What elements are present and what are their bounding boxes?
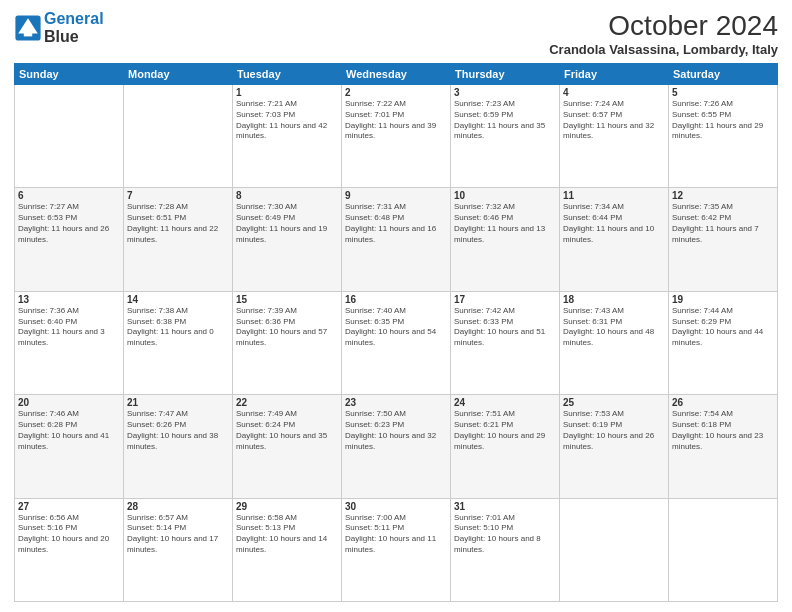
- calendar-cell: 16 Sunrise: 7:40 AMSunset: 6:35 PMDaylig…: [342, 291, 451, 394]
- day-info: Sunrise: 6:57 AMSunset: 5:14 PMDaylight:…: [127, 513, 229, 556]
- day-info: Sunrise: 7:22 AMSunset: 7:01 PMDaylight:…: [345, 99, 447, 142]
- day-number: 8: [236, 190, 338, 201]
- day-number: 4: [563, 87, 665, 98]
- day-info: Sunrise: 7:32 AMSunset: 6:46 PMDaylight:…: [454, 202, 556, 245]
- calendar-header-row: Sunday Monday Tuesday Wednesday Thursday…: [15, 64, 778, 85]
- day-number: 7: [127, 190, 229, 201]
- day-info: Sunrise: 7:42 AMSunset: 6:33 PMDaylight:…: [454, 306, 556, 349]
- day-info: Sunrise: 7:24 AMSunset: 6:57 PMDaylight:…: [563, 99, 665, 142]
- calendar-cell: 25 Sunrise: 7:53 AMSunset: 6:19 PMDaylig…: [560, 395, 669, 498]
- header: General Blue October 2024 Crandola Valsa…: [14, 10, 778, 57]
- calendar-cell: 28 Sunrise: 6:57 AMSunset: 5:14 PMDaylig…: [124, 498, 233, 601]
- day-info: Sunrise: 7:46 AMSunset: 6:28 PMDaylight:…: [18, 409, 120, 452]
- calendar-week-row: 6 Sunrise: 7:27 AMSunset: 6:53 PMDayligh…: [15, 188, 778, 291]
- day-info: Sunrise: 7:36 AMSunset: 6:40 PMDaylight:…: [18, 306, 120, 349]
- logo-blue: Blue: [44, 28, 79, 45]
- calendar-cell: 10 Sunrise: 7:32 AMSunset: 6:46 PMDaylig…: [451, 188, 560, 291]
- calendar-cell: 27 Sunrise: 6:56 AMSunset: 5:16 PMDaylig…: [15, 498, 124, 601]
- calendar-cell: 24 Sunrise: 7:51 AMSunset: 6:21 PMDaylig…: [451, 395, 560, 498]
- calendar-cell: 29 Sunrise: 6:58 AMSunset: 5:13 PMDaylig…: [233, 498, 342, 601]
- day-number: 12: [672, 190, 774, 201]
- page: General Blue October 2024 Crandola Valsa…: [0, 0, 792, 612]
- col-wednesday: Wednesday: [342, 64, 451, 85]
- calendar-cell: 15 Sunrise: 7:39 AMSunset: 6:36 PMDaylig…: [233, 291, 342, 394]
- logo-general: General: [44, 10, 104, 27]
- day-number: 16: [345, 294, 447, 305]
- day-info: Sunrise: 6:58 AMSunset: 5:13 PMDaylight:…: [236, 513, 338, 556]
- day-info: Sunrise: 7:30 AMSunset: 6:49 PMDaylight:…: [236, 202, 338, 245]
- day-number: 29: [236, 501, 338, 512]
- day-number: 11: [563, 190, 665, 201]
- calendar-cell: 4 Sunrise: 7:24 AMSunset: 6:57 PMDayligh…: [560, 85, 669, 188]
- day-number: 25: [563, 397, 665, 408]
- day-info: Sunrise: 7:35 AMSunset: 6:42 PMDaylight:…: [672, 202, 774, 245]
- calendar-week-row: 27 Sunrise: 6:56 AMSunset: 5:16 PMDaylig…: [15, 498, 778, 601]
- day-info: Sunrise: 7:44 AMSunset: 6:29 PMDaylight:…: [672, 306, 774, 349]
- day-number: 27: [18, 501, 120, 512]
- day-info: Sunrise: 7:43 AMSunset: 6:31 PMDaylight:…: [563, 306, 665, 349]
- calendar-cell: 8 Sunrise: 7:30 AMSunset: 6:49 PMDayligh…: [233, 188, 342, 291]
- logo-text: General Blue: [44, 10, 104, 45]
- calendar-cell: 19 Sunrise: 7:44 AMSunset: 6:29 PMDaylig…: [669, 291, 778, 394]
- month-title: October 2024: [549, 10, 778, 42]
- day-number: 13: [18, 294, 120, 305]
- day-info: Sunrise: 7:50 AMSunset: 6:23 PMDaylight:…: [345, 409, 447, 452]
- day-number: 6: [18, 190, 120, 201]
- day-number: 28: [127, 501, 229, 512]
- day-number: 20: [18, 397, 120, 408]
- calendar-cell: 31 Sunrise: 7:01 AMSunset: 5:10 PMDaylig…: [451, 498, 560, 601]
- day-number: 18: [563, 294, 665, 305]
- day-number: 5: [672, 87, 774, 98]
- day-info: Sunrise: 7:00 AMSunset: 5:11 PMDaylight:…: [345, 513, 447, 556]
- calendar-cell: 21 Sunrise: 7:47 AMSunset: 6:26 PMDaylig…: [124, 395, 233, 498]
- calendar-cell: 9 Sunrise: 7:31 AMSunset: 6:48 PMDayligh…: [342, 188, 451, 291]
- day-number: 24: [454, 397, 556, 408]
- day-number: 21: [127, 397, 229, 408]
- calendar-cell: 5 Sunrise: 7:26 AMSunset: 6:55 PMDayligh…: [669, 85, 778, 188]
- day-number: 23: [345, 397, 447, 408]
- day-number: 22: [236, 397, 338, 408]
- calendar-cell: 7 Sunrise: 7:28 AMSunset: 6:51 PMDayligh…: [124, 188, 233, 291]
- day-info: Sunrise: 7:47 AMSunset: 6:26 PMDaylight:…: [127, 409, 229, 452]
- day-number: 10: [454, 190, 556, 201]
- calendar-cell: 23 Sunrise: 7:50 AMSunset: 6:23 PMDaylig…: [342, 395, 451, 498]
- calendar-cell: [560, 498, 669, 601]
- day-info: Sunrise: 7:54 AMSunset: 6:18 PMDaylight:…: [672, 409, 774, 452]
- day-info: Sunrise: 7:34 AMSunset: 6:44 PMDaylight:…: [563, 202, 665, 245]
- calendar-week-row: 1 Sunrise: 7:21 AMSunset: 7:03 PMDayligh…: [15, 85, 778, 188]
- col-saturday: Saturday: [669, 64, 778, 85]
- calendar-cell: [669, 498, 778, 601]
- day-info: Sunrise: 7:26 AMSunset: 6:55 PMDaylight:…: [672, 99, 774, 142]
- day-number: 9: [345, 190, 447, 201]
- day-number: 14: [127, 294, 229, 305]
- col-sunday: Sunday: [15, 64, 124, 85]
- calendar-week-row: 20 Sunrise: 7:46 AMSunset: 6:28 PMDaylig…: [15, 395, 778, 498]
- day-info: Sunrise: 7:01 AMSunset: 5:10 PMDaylight:…: [454, 513, 556, 556]
- day-number: 2: [345, 87, 447, 98]
- day-info: Sunrise: 7:28 AMSunset: 6:51 PMDaylight:…: [127, 202, 229, 245]
- calendar-cell: 1 Sunrise: 7:21 AMSunset: 7:03 PMDayligh…: [233, 85, 342, 188]
- day-number: 26: [672, 397, 774, 408]
- col-friday: Friday: [560, 64, 669, 85]
- calendar-cell: 3 Sunrise: 7:23 AMSunset: 6:59 PMDayligh…: [451, 85, 560, 188]
- calendar-cell: 20 Sunrise: 7:46 AMSunset: 6:28 PMDaylig…: [15, 395, 124, 498]
- col-monday: Monday: [124, 64, 233, 85]
- day-info: Sunrise: 6:56 AMSunset: 5:16 PMDaylight:…: [18, 513, 120, 556]
- day-info: Sunrise: 7:51 AMSunset: 6:21 PMDaylight:…: [454, 409, 556, 452]
- calendar-cell: 22 Sunrise: 7:49 AMSunset: 6:24 PMDaylig…: [233, 395, 342, 498]
- day-info: Sunrise: 7:31 AMSunset: 6:48 PMDaylight:…: [345, 202, 447, 245]
- calendar-cell: 17 Sunrise: 7:42 AMSunset: 6:33 PMDaylig…: [451, 291, 560, 394]
- day-info: Sunrise: 7:27 AMSunset: 6:53 PMDaylight:…: [18, 202, 120, 245]
- day-info: Sunrise: 7:39 AMSunset: 6:36 PMDaylight:…: [236, 306, 338, 349]
- day-number: 1: [236, 87, 338, 98]
- day-info: Sunrise: 7:21 AMSunset: 7:03 PMDaylight:…: [236, 99, 338, 142]
- calendar-cell: [15, 85, 124, 188]
- calendar-cell: 6 Sunrise: 7:27 AMSunset: 6:53 PMDayligh…: [15, 188, 124, 291]
- day-info: Sunrise: 7:40 AMSunset: 6:35 PMDaylight:…: [345, 306, 447, 349]
- calendar-cell: 12 Sunrise: 7:35 AMSunset: 6:42 PMDaylig…: [669, 188, 778, 291]
- col-tuesday: Tuesday: [233, 64, 342, 85]
- logo: General Blue: [14, 10, 104, 45]
- day-number: 30: [345, 501, 447, 512]
- day-number: 31: [454, 501, 556, 512]
- day-number: 3: [454, 87, 556, 98]
